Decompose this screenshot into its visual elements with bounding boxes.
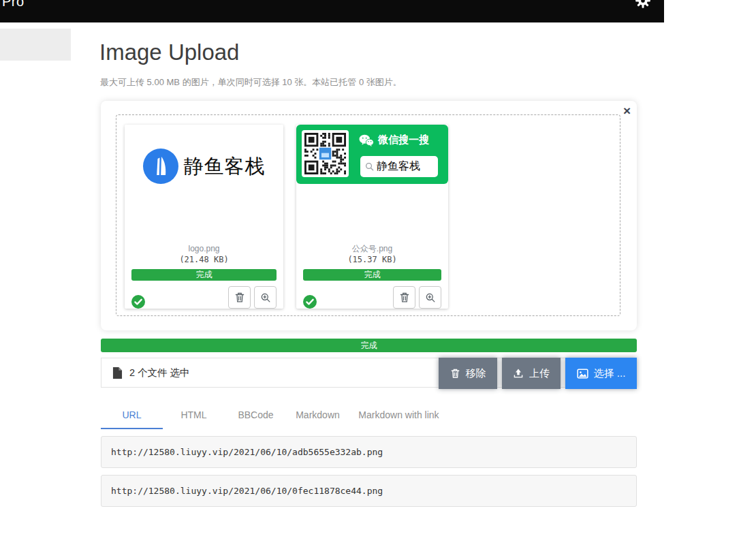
- delete-file-button[interactable]: [228, 286, 251, 309]
- brand-text: 静鱼客栈: [184, 149, 266, 184]
- qr-code: [302, 130, 349, 177]
- file-name: 公众号.png: [296, 244, 448, 253]
- remove-button[interactable]: 移除: [439, 358, 497, 389]
- embed-tabs: URL HTML BBCode Markdown Markdown with l…: [101, 402, 449, 429]
- image-preview-qr: 微信搜一搜 静鱼客栈: [296, 125, 448, 242]
- zoom-in-icon: [260, 292, 271, 303]
- wechat-search-title: 微信搜一搜: [378, 134, 429, 146]
- url-output-1[interactable]: http://12580.liuyy.vip/2021/06/10/adb565…: [101, 436, 637, 468]
- topbar: Pro: [0, 0, 664, 22]
- tab-html[interactable]: HTML: [163, 402, 225, 429]
- selected-files-label: 2 个文件 选中: [129, 367, 190, 379]
- file-size: (21.48 KB): [125, 255, 283, 264]
- gear-icon[interactable]: [634, 0, 652, 10]
- delete-file-button[interactable]: [393, 286, 415, 309]
- file-selection-bar: 2 个文件 选中 移除 上传: [101, 358, 637, 388]
- file-progress-bar: 完成: [131, 269, 277, 281]
- trash-icon: [399, 292, 410, 303]
- tab-url[interactable]: URL: [101, 402, 163, 429]
- file-icon: [112, 367, 123, 379]
- zoom-file-button[interactable]: [254, 286, 277, 309]
- brand-logo[interactable]: Pro: [2, 0, 25, 10]
- upload-icon: [513, 368, 524, 379]
- wechat-icon: [359, 134, 374, 146]
- image-preview-logo: 静鱼客栈: [125, 125, 283, 242]
- wechat-search-text: 静鱼客栈: [377, 159, 420, 174]
- upload-card-logo: 静鱼客栈 logo.png (21.48 KB) 完成: [125, 125, 283, 309]
- uploader-panel: × 静鱼客栈 logo.png (21.48 KB) 完成: [101, 101, 637, 330]
- url-output-2[interactable]: http://12580.liuyy.vip/2021/06/10/0fec11…: [101, 475, 637, 507]
- sidebar-placeholder: [0, 29, 71, 61]
- brand-circle-icon: [143, 149, 178, 184]
- tab-markdown-with-link[interactable]: Markdown with link: [349, 402, 449, 429]
- images-icon: [577, 369, 588, 379]
- trash-icon: [450, 368, 460, 379]
- upload-card-qr: 微信搜一搜 静鱼客栈 公众号.pn: [296, 125, 448, 309]
- overall-progress-bar: 完成: [101, 339, 637, 352]
- upload-button[interactable]: 上传: [502, 358, 561, 389]
- tab-bbcode[interactable]: BBCode: [225, 402, 287, 429]
- page-title: Image Upload: [99, 40, 239, 65]
- tab-markdown[interactable]: Markdown: [287, 402, 349, 429]
- wechat-banner: 微信搜一搜 静鱼客栈: [296, 125, 448, 184]
- file-name: logo.png: [125, 244, 283, 253]
- file-size: (15.37 KB): [296, 255, 448, 264]
- file-progress-bar: 完成: [303, 269, 441, 281]
- page-subtitle: 最大可上传 5.00 MB 的图片，单次同时可选择 10 张。本站已托管 0 张…: [100, 76, 402, 89]
- choose-files-button[interactable]: 选择 ...: [565, 358, 637, 389]
- wechat-search-pill: 静鱼客栈: [360, 156, 438, 177]
- check-circle-icon: [303, 295, 317, 309]
- close-icon[interactable]: ×: [623, 104, 631, 119]
- check-circle-icon: [131, 295, 145, 309]
- search-icon: [365, 162, 374, 171]
- trash-icon: [234, 292, 245, 303]
- upload-dropzone[interactable]: 静鱼客栈 logo.png (21.48 KB) 完成: [116, 114, 620, 316]
- zoom-file-button[interactable]: [419, 286, 441, 309]
- zoom-in-icon: [425, 292, 436, 303]
